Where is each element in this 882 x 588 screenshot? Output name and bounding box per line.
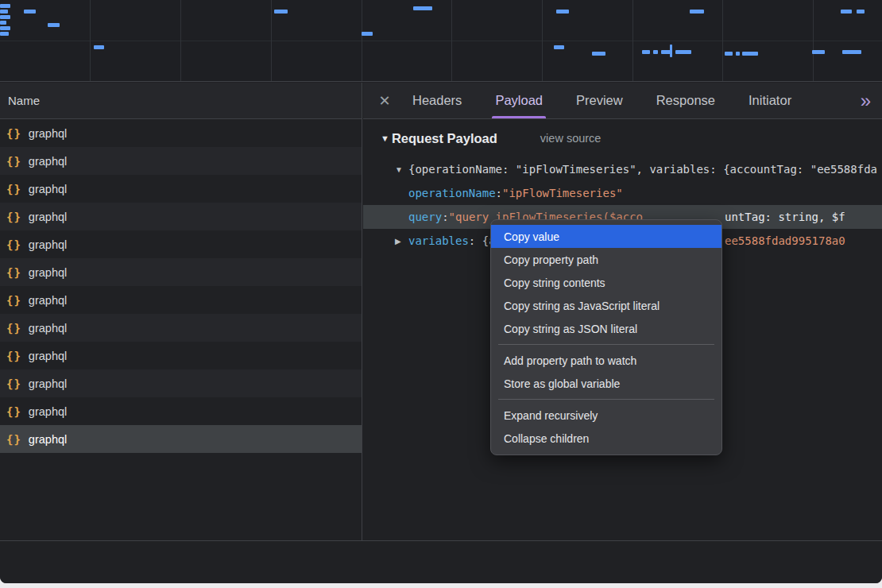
tab-headers[interactable]: Headers — [401, 83, 473, 118]
menu-item-copy-value[interactable]: Copy value — [491, 225, 721, 248]
expander-open-icon[interactable]: ▼ — [395, 165, 403, 174]
request-timing-bar — [690, 10, 704, 14]
menu-separator — [498, 399, 714, 400]
section-expander-open-icon[interactable]: ▼ — [381, 133, 389, 143]
more-tabs-icon[interactable]: » — [861, 91, 871, 110]
request-timing-bar — [812, 50, 825, 54]
close-icon[interactable]: ✕ — [373, 92, 397, 110]
menu-item-add-property-path-to-watch[interactable]: Add property path to watch — [491, 349, 721, 372]
payload-root-preview-row[interactable]: ▼{operationName: "ipFlowTimeseries", var… — [363, 157, 882, 181]
menu-item-copy-string-contents[interactable]: Copy string contents — [491, 271, 721, 294]
request-name: graphql — [29, 127, 67, 140]
detail-tabs: HeadersPayloadPreviewResponseInitiator — [401, 83, 803, 118]
request-timing-bar — [642, 50, 650, 54]
request-timing-bar — [0, 15, 10, 19]
json-braces-icon: {} — [6, 350, 21, 362]
code-segment: "ipFlowTimeseries" — [502, 187, 623, 199]
request-row[interactable]: {}graphql — [0, 425, 362, 453]
overview-gridline — [451, 0, 452, 81]
json-braces-icon: {} — [6, 183, 21, 195]
request-timing-bar — [742, 52, 758, 56]
request-row[interactable]: {}graphql — [0, 258, 362, 286]
request-name: graphql — [29, 350, 67, 362]
json-braces-icon: {} — [6, 211, 21, 223]
request-name: graphql — [29, 183, 67, 195]
tab-response[interactable]: Response — [645, 83, 726, 118]
request-timing-bar — [670, 44, 672, 57]
request-timing-bar — [0, 32, 9, 36]
overview-gridline — [542, 0, 543, 81]
request-row[interactable]: {}graphql — [0, 175, 362, 203]
request-row[interactable]: {}graphql — [0, 147, 362, 175]
expander-closed-icon[interactable]: ▶ — [395, 237, 401, 246]
menu-item-copy-property-path[interactable]: Copy property path — [491, 248, 721, 271]
code-segment: : — [442, 211, 448, 223]
request-timing-bar — [556, 10, 569, 14]
tab-payload[interactable]: Payload — [484, 83, 554, 118]
request-row[interactable]: {}graphql — [0, 397, 362, 425]
name-column-header[interactable]: Name — [0, 83, 362, 119]
request-name: graphql — [29, 211, 67, 223]
request-name: graphql — [29, 294, 67, 307]
request-row[interactable]: {}graphql — [0, 286, 362, 314]
tab-preview[interactable]: Preview — [565, 83, 634, 118]
menu-item-copy-string-as-javascript-literal[interactable]: Copy string as JavaScript literal — [491, 294, 721, 317]
request-timing-bar — [725, 52, 733, 56]
code-segment: operationName — [408, 187, 496, 199]
request-row[interactable]: {}graphql — [0, 230, 362, 258]
name-column-label: Name — [8, 94, 40, 107]
code-segment-after-menu: untTag: string, $f — [725, 205, 845, 229]
request-name: graphql — [29, 377, 67, 390]
request-timing-bar — [413, 6, 432, 10]
request-name: graphql — [29, 266, 67, 279]
request-timing-bar — [0, 10, 8, 14]
menu-item-expand-recursively[interactable]: Expand recursively — [491, 404, 721, 427]
json-braces-icon: {} — [6, 127, 21, 140]
request-row[interactable]: {}graphql — [0, 119, 362, 147]
request-timing-bar — [857, 10, 865, 14]
request-timing-bar — [653, 50, 658, 54]
request-timing-bar — [842, 50, 861, 54]
code-segment: : — [496, 187, 502, 199]
overview-gridline — [362, 0, 362, 81]
code-segment: variables — [408, 234, 469, 247]
context-menu: Copy valueCopy property pathCopy string … — [490, 219, 722, 455]
request-name: graphql — [29, 405, 67, 418]
json-braces-icon: {} — [6, 266, 21, 279]
menu-item-copy-string-as-json-literal[interactable]: Copy string as JSON literal — [491, 317, 721, 340]
request-row[interactable]: {}graphql — [0, 314, 362, 342]
menu-separator — [498, 344, 714, 345]
detail-tab-bar: ✕ HeadersPayloadPreviewResponseInitiator… — [363, 83, 882, 119]
request-timing-bar — [94, 45, 104, 49]
network-overview-strip[interactable] — [0, 0, 882, 82]
json-braces-icon: {} — [6, 405, 21, 418]
request-timing-bar — [0, 4, 10, 8]
request-timing-bar — [675, 50, 691, 54]
request-timing-bar — [592, 52, 605, 56]
request-name: graphql — [29, 322, 67, 335]
section-title: Request Payload — [392, 131, 497, 146]
menu-item-store-as-global-variable[interactable]: Store as global variable — [491, 372, 721, 395]
overview-gridline — [180, 0, 181, 81]
request-row[interactable]: {}graphql — [0, 203, 362, 230]
overview-gridline — [813, 0, 814, 81]
request-row[interactable]: {}graphql — [0, 369, 362, 397]
tab-initiator[interactable]: Initiator — [737, 83, 803, 118]
request-payload-section-header: ▼ Request Payload view source — [363, 119, 882, 157]
menu-item-collapse-children[interactable]: Collapse children — [491, 427, 721, 450]
request-timing-bar — [736, 52, 740, 56]
devtools-window: Name {}graphql{}graphql{}graphql{}graphq… — [0, 0, 882, 583]
json-braces-icon: {} — [6, 294, 21, 307]
request-timing-bar — [274, 10, 288, 14]
request-name: graphql — [29, 155, 67, 168]
view-source-link[interactable]: view source — [540, 132, 602, 145]
request-rows: {}graphql{}graphql{}graphql{}graphql{}gr… — [0, 119, 362, 453]
json-braces-icon: {} — [6, 155, 21, 168]
request-timing-bar — [0, 21, 6, 25]
json-braces-icon: {} — [6, 377, 21, 390]
network-request-list-panel: Name {}graphql{}graphql{}graphql{}graphq… — [0, 83, 362, 540]
request-name: graphql — [29, 433, 67, 446]
request-name: graphql — [29, 238, 67, 251]
request-row[interactable]: {}graphql — [0, 342, 362, 369]
payload-operationname-row[interactable]: operationName: "ipFlowTimeseries" — [363, 181, 882, 205]
